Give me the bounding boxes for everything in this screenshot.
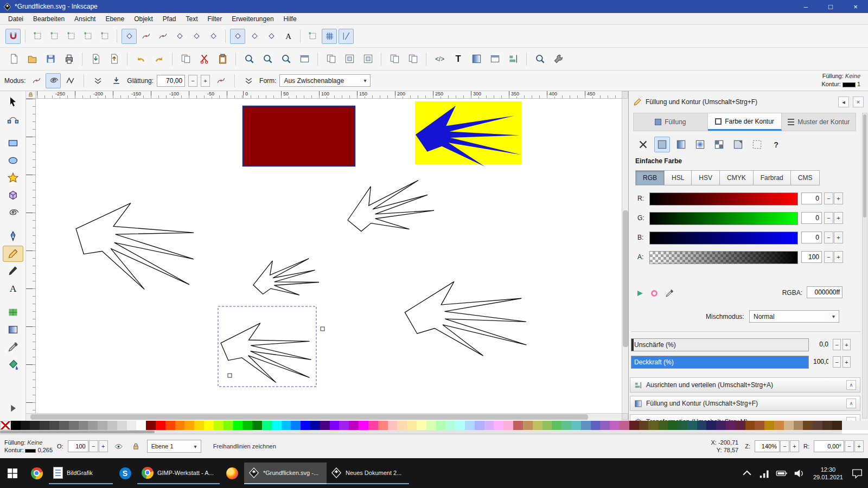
copy[interactable] <box>177 51 194 67</box>
palette-swatch[interactable] <box>272 421 282 430</box>
paste[interactable] <box>214 51 231 67</box>
unlink-clone[interactable] <box>360 51 376 67</box>
layer-visibility-button[interactable] <box>112 440 125 453</box>
more-tools[interactable] <box>3 400 23 416</box>
palette-swatch[interactable] <box>40 421 49 430</box>
opacity-decrease-button[interactable]: − <box>833 356 841 368</box>
snap-nodes[interactable] <box>122 29 137 44</box>
snap-enable[interactable] <box>5 29 21 44</box>
taskbar-grundflicken-button[interactable]: *Grundflicken.svg -... <box>244 463 327 484</box>
palette-swatch[interactable] <box>397 421 407 430</box>
palette-scrollbar[interactable] <box>0 430 842 434</box>
print-document[interactable] <box>61 51 77 67</box>
palette-swatch[interactable] <box>813 421 822 430</box>
palette-swatch[interactable] <box>591 421 601 430</box>
paint-swatch[interactable] <box>730 137 746 152</box>
palette-swatch[interactable] <box>726 421 736 430</box>
battery-button[interactable] <box>774 463 789 484</box>
rotation-increase-button[interactable]: + <box>854 440 864 452</box>
tray-expand-button[interactable] <box>739 463 755 484</box>
snap-bbox-centers[interactable] <box>97 29 112 44</box>
reset-defaults-button[interactable] <box>241 73 256 88</box>
snap-object-centers[interactable] <box>247 29 262 44</box>
pen-tool[interactable] <box>3 228 23 245</box>
palette-swatch[interactable] <box>542 421 552 430</box>
alpha-slider[interactable] <box>649 251 798 264</box>
vertical-ruler[interactable] <box>26 99 36 413</box>
palette-swatch[interactable] <box>146 421 156 430</box>
undo[interactable] <box>132 51 149 67</box>
palette-swatch[interactable] <box>194 421 204 430</box>
taskbar-skype-button[interactable]: S <box>113 463 137 484</box>
palette-swatch[interactable] <box>600 421 610 430</box>
palette-swatch[interactable] <box>262 421 272 430</box>
palette-swatch[interactable] <box>339 421 349 430</box>
dock-align-distribute[interactable]: Ausrichten und verteilen (Umschalt+Strg+… <box>630 377 860 393</box>
snap-others[interactable] <box>230 29 245 44</box>
menu-ebene[interactable]: Ebene <box>100 14 129 24</box>
palette-swatch[interactable] <box>629 421 639 430</box>
snap-bbox-edges[interactable] <box>47 29 62 44</box>
palette-swatch[interactable] <box>127 421 137 430</box>
canvas[interactable] <box>36 99 622 413</box>
dock-transformation[interactable]: Transformation (Umschalt+Strg+M) ∧ <box>630 414 860 421</box>
green-slider[interactable] <box>649 212 798 225</box>
palette-swatch[interactable] <box>745 421 755 430</box>
palette-swatch[interactable] <box>156 421 165 430</box>
cut[interactable] <box>196 51 212 67</box>
alpha-decrease-button[interactable]: − <box>824 251 833 263</box>
paint-unknown[interactable] <box>749 137 765 152</box>
scrollbar-corner-button[interactable] <box>622 413 628 420</box>
menu-hilfe[interactable]: Hilfe <box>279 14 302 24</box>
text-and-font[interactable] <box>450 51 466 67</box>
object-opacity-input[interactable] <box>68 440 88 452</box>
zoom-page[interactable] <box>278 51 294 67</box>
red-increase-button[interactable]: + <box>834 192 843 204</box>
palette-swatch[interactable] <box>136 421 146 430</box>
palette-swatch[interactable] <box>533 421 542 430</box>
palette-swatch[interactable] <box>445 421 455 430</box>
palette-swatch[interactable] <box>465 421 475 430</box>
palette-swatch[interactable] <box>224 421 233 430</box>
taskbar-paint-app-button[interactable] <box>220 463 244 484</box>
snap-path-intersections[interactable] <box>155 29 170 44</box>
palette-swatch[interactable] <box>214 421 224 430</box>
palette-swatch[interactable] <box>774 421 784 430</box>
node-tool[interactable] <box>3 111 23 127</box>
mesh-gradient-tool[interactable] <box>3 304 23 320</box>
zoom-drawing[interactable] <box>259 51 276 67</box>
palette-swatch[interactable] <box>794 421 803 430</box>
colorspace-rgb[interactable]: RGB <box>635 170 665 185</box>
palette-swatch[interactable] <box>523 421 533 430</box>
palette-swatch[interactable] <box>784 421 794 430</box>
blue-slider[interactable] <box>649 232 798 245</box>
palette-swatch[interactable] <box>484 421 494 430</box>
clock[interactable]: 12:30 29.01.2021 <box>809 466 847 481</box>
start-button[interactable] <box>0 463 24 484</box>
palette-swatch[interactable] <box>426 421 436 430</box>
chevron-up-icon[interactable]: ∧ <box>846 380 856 390</box>
palette-swatch[interactable] <box>417 421 426 430</box>
snap-bbox-edge-midpoints[interactable] <box>80 29 95 44</box>
palette-swatch[interactable] <box>242 421 252 430</box>
freehand-arrow[interactable] <box>340 170 437 246</box>
ellipse-tool[interactable] <box>3 152 23 169</box>
opacity-slider[interactable]: Deckkraft (%) <box>631 356 809 369</box>
red-rectangle[interactable] <box>243 106 355 166</box>
palette-swatch[interactable] <box>107 421 117 430</box>
maximize-button[interactable]: □ <box>818 0 843 13</box>
red-decrease-button[interactable]: − <box>824 192 833 204</box>
chevron-up-icon[interactable]: ∧ <box>846 417 856 421</box>
opacity-increase-button[interactable]: + <box>843 356 851 368</box>
freehand-arrow[interactable] <box>66 192 205 300</box>
palette-swatch[interactable] <box>359 421 368 430</box>
palette-swatch[interactable] <box>368 421 378 430</box>
menu-erweiterungen[interactable]: Erweiterungen <box>227 14 278 24</box>
object-opacity-decrease-button[interactable]: − <box>89 440 98 452</box>
panel-close-button[interactable]: × <box>853 97 864 107</box>
palette-swatch[interactable] <box>620 421 629 430</box>
menu-text[interactable]: Text <box>181 14 203 24</box>
snap-page-border[interactable] <box>305 29 320 44</box>
palette-swatch[interactable] <box>301 421 310 430</box>
horizontal-ruler[interactable]: -250-200-150-100-50050100150200250300350… <box>36 91 622 99</box>
